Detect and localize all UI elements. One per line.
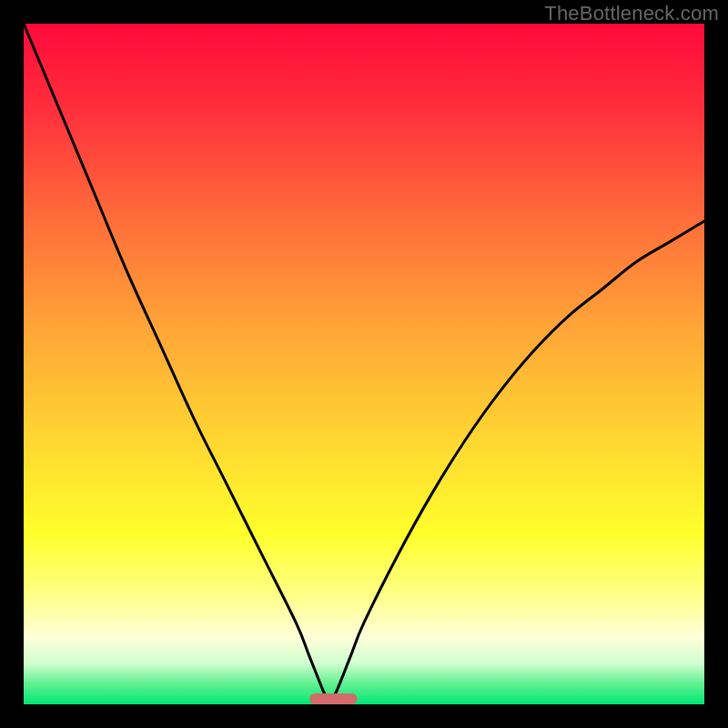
- bottleneck-chart: [24, 24, 704, 704]
- chart-frame: TheBottleneck.com: [0, 0, 728, 728]
- optimal-marker: [309, 693, 357, 704]
- gradient-background: [24, 24, 704, 704]
- watermark-text: TheBottleneck.com: [544, 2, 719, 25]
